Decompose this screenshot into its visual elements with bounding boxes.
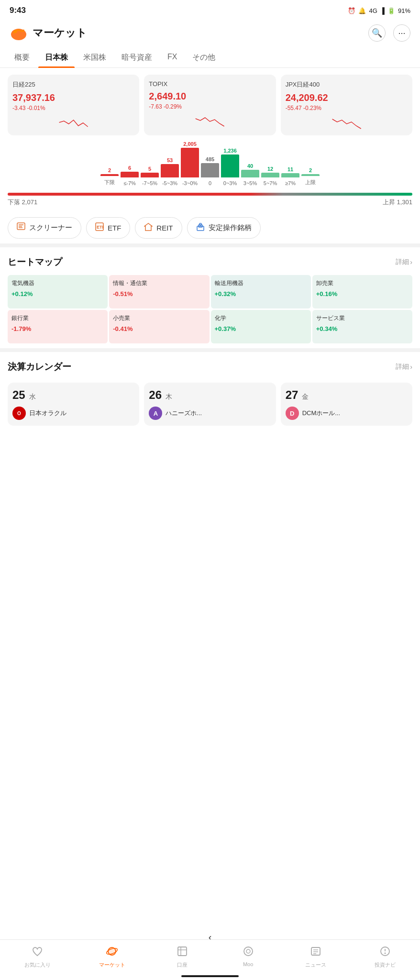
heatmap-cell-transport[interactable]: 輸送用機器 +0.32% [211,275,311,308]
calendar-day-26[interactable]: 26 木 A ハニーズホ... [144,383,276,426]
dist-label-m75: -7~5% [142,180,157,186]
dist-label-p03: 0~3% [223,180,237,186]
card-chart-jpx400 [286,115,408,130]
tab-other[interactable]: その他 [186,48,222,67]
dist-count-m30: 2,005 [183,139,197,147]
heatmap-cell-chemical[interactable]: 化学 +0.37% [211,310,311,343]
dist-count-lower: 2 [108,165,111,173]
tab-us[interactable]: 米国株 [77,48,113,67]
etf-button[interactable]: ETF ETF [86,217,130,239]
card-value-jpx400: 24,209.62 [286,92,408,103]
status-icons: ⏰ 🔔 4G ▐ 🔋 91% [348,7,410,14]
heatmap-value-electric: +0.12% [11,290,104,297]
stable-button[interactable]: 安定操作銘柄 [187,217,261,239]
progress-labels: 下落 2,071 上昇 1,301 [8,198,412,207]
tab-fx[interactable]: FX [161,48,184,67]
dist-rect-zero [201,163,219,177]
network-label: 4G [369,7,377,14]
dist-label-p7plus: ≥7% [285,180,296,186]
app-title: マーケット [33,26,87,40]
heatmap-title: ヒートマップ [8,256,62,268]
heatmap-detail-link[interactable]: 詳細 › [396,258,412,266]
card-change-topix: -7.63 -0.29% [149,103,271,110]
dist-rect-lte7 [121,172,139,177]
nav-tabs: 概要 日本株 米国株 暗号資産 FX その他 [0,48,420,68]
divider-2 [0,348,420,352]
nav-item-market[interactable]: マーケット [93,944,131,970]
dist-count-lte7: 6 [128,163,131,171]
search-button[interactable]: 🔍 [368,24,386,42]
calendar-cards: 25 水 O 日本オラクル 26 木 A ハニーズホ... 27 金 D DCM… [0,378,420,432]
news-icon [310,946,321,960]
dist-label-zero: 0 [209,180,211,186]
calendar-day-27[interactable]: 27 金 D DCMホール... [281,383,412,426]
signal-icon: ▐ [380,7,385,14]
calendar-day-25[interactable]: 25 水 O 日本オラクル [8,383,139,426]
dist-count-m75: 5 [148,164,151,172]
dist-label-lower: 下限 [104,179,115,186]
more-button[interactable]: ··· [393,24,410,42]
nav-item-news[interactable]: ニュース [299,944,332,970]
heatmap-cell-electric[interactable]: 電気機器 +0.12% [8,275,108,308]
svg-point-1 [13,30,17,33]
nav-item-invest-navi[interactable]: 投資ナビ [369,944,401,970]
tab-crypto[interactable]: 暗号資産 [115,48,159,67]
dist-label-upper: 上限 [305,179,316,186]
calendar-section-header: 決算カレンダー 詳細 › [0,352,420,378]
rise-label: 上昇 1,301 [383,198,412,207]
screener-button[interactable]: スクリーナー [8,217,81,239]
nav-label-invest-navi: 投資ナビ [375,961,396,969]
heatmap-value-retail: -0.41% [113,325,205,332]
dist-label-m53: -5~3% [162,180,177,186]
header-left: マーケット [10,24,87,42]
dist-label-p35: 3~5% [243,180,257,186]
calendar-day-header-27: 27 金 [286,388,408,402]
reit-button[interactable]: REIT [135,217,182,239]
dist-bar-p03: 1,236 0~3% [221,146,239,186]
nav-item-account[interactable]: 口座 [168,944,197,970]
tab-japan[interactable]: 日本株 [38,48,75,67]
heatmap-value-service: +0.34% [316,325,409,332]
dist-bar-upper-limit: 2 上限 [301,165,320,186]
calendar-title: 決算カレンダー [8,361,71,373]
screener-icon [17,222,25,233]
heatmap-title-electric: 電気機器 [11,280,104,287]
dist-label-p57: 5~7% [264,180,277,186]
status-time: 9:43 [10,6,26,15]
heatmap-cell-retail[interactable]: 小売業 -0.41% [109,310,209,343]
heatmap-cell-info-comm[interactable]: 情報・通信業 -0.51% [109,275,209,308]
svg-point-18 [244,947,253,956]
market-card-jpx400[interactable]: JPX日経400 24,209.62 -55.47 -0.23% [281,75,412,135]
heatmap-title-transport: 輸送用機器 [215,280,307,287]
invest-navi-icon [379,946,391,960]
nav-item-moo[interactable]: Moo [234,944,263,970]
nav-item-favorites[interactable]: お気に入り [19,944,56,970]
card-value-topix: 2,649.10 [149,90,271,102]
progress-bar-section: 下落 2,071 上昇 1,301 [0,190,420,209]
svg-rect-11 [199,223,201,225]
heatmap-value-wholesale: +0.16% [316,290,409,297]
market-card-nikkei[interactable]: 日経225 37,937.16 -3.43 -0.01% [8,75,139,135]
tab-overview[interactable]: 概要 [8,48,36,67]
svg-point-19 [246,949,250,953]
market-card-topix[interactable]: TOPIX 2,649.10 -7.63 -0.29% [144,75,276,135]
dist-rect-p03 [221,154,239,177]
cal-day-num-27: 27 [286,388,298,401]
cal-name-dcm: DCMホール... [302,409,340,418]
heatmap-cell-service[interactable]: サービス業 +0.34% [312,310,412,343]
heatmap-value-info-comm: -0.51% [113,290,205,297]
calendar-detail-link[interactable]: 詳細 › [396,363,412,371]
chevron-right-icon: › [410,258,412,266]
heatmap-title-service: サービス業 [316,315,409,322]
dist-label-lte7: ≤-7% [123,180,136,186]
heatmap-cell-wholesale[interactable]: 卸売業 +0.16% [312,275,412,308]
nav-label-favorites: お気に入り [24,961,51,969]
etf-label: ETF [108,224,121,232]
dist-count-p03: 1,236 [223,146,237,154]
heatmap-cell-banking[interactable]: 銀行業 -1.79% [8,310,108,343]
cal-entry-dcm: D DCMホール... [286,407,408,420]
nav-label-news: ニュース [305,961,326,969]
planet-icon [106,946,118,960]
heatmap-section-header: ヒートマップ 詳細 › [0,247,420,273]
dist-bars: 2 下限 6 ≤-7% 5 -7~5% 53 -5~3% 2,005 -3~0% [8,149,412,187]
